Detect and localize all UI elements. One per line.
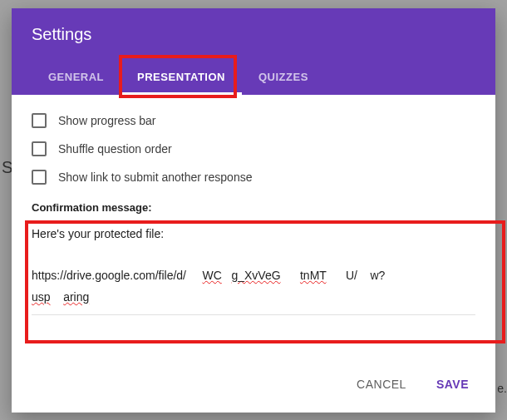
tab-bar: GENERAL PRESENTATION QUIZZES [32,59,475,95]
dialog-actions: CANCEL SAVE [12,361,495,413]
cancel-button[interactable]: CANCEL [345,369,418,399]
option-submit-another: Show link to submit another response [32,170,475,185]
tab-presentation[interactable]: PRESENTATION [121,59,242,95]
dialog-title: Settings [32,25,475,44]
bg-letter: e. [497,382,507,395]
option-progress-bar: Show progress bar [32,113,475,128]
confirmation-message-section: Confirmation message: Here's your protec… [32,201,475,315]
confirmation-message-input[interactable]: Here's your protected file: https://driv… [32,224,475,315]
dialog-header: Settings GENERAL PRESENTATION QUIZZES [12,8,495,95]
checkbox-label: Shuffle question order [58,142,172,156]
dialog-content: Show progress bar Shuffle question order… [12,95,495,361]
option-shuffle: Shuffle question order [32,141,475,156]
settings-dialog: Settings GENERAL PRESENTATION QUIZZES Sh… [12,8,495,413]
checkbox-shuffle[interactable] [32,141,47,156]
tab-quizzes[interactable]: QUIZZES [242,59,325,95]
save-button[interactable]: SAVE [425,369,480,399]
checkbox-progress-bar[interactable] [32,113,47,128]
tab-general[interactable]: GENERAL [32,59,121,95]
checkbox-submit-another[interactable] [32,170,47,185]
confirmation-message-label: Confirmation message: [32,201,475,214]
checkbox-label: Show progress bar [58,114,156,127]
checkbox-label: Show link to submit another response [58,170,252,184]
